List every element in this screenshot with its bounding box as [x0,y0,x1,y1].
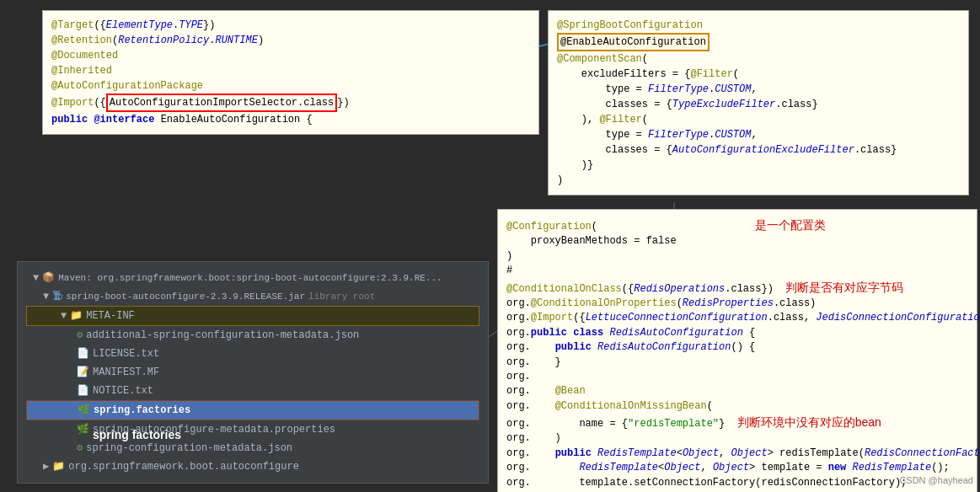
main-container: @Target({ElementType.TYPE}) @Retention(R… [0,0,980,492]
topright-code: @SpringBootConfiguration @EnableAutoConf… [557,18,960,188]
manifest-label: MANIFEST.MF [93,365,159,380]
zh-annotation-3: 判断环境中没有对应的bean [737,415,881,429]
box-midright: @Configuration( 是一个配置类 proxyBeanMethods … [497,209,977,492]
tree-item-license[interactable]: 📄 LICENSE.txt [26,345,479,363]
topleft-code: @Target({ElementType.TYPE}) @Retention(R… [51,18,530,127]
tree-item-jar[interactable]: ▼ 🗜 spring-boot-autoconfigure-2.3.9.RELE… [26,287,479,306]
zh-annotation-2: 判断是否有对应字节码 [785,281,903,294]
box-filetree: ▼ 📦 Maven: org.springframework.boot:spri… [17,261,489,484]
metainf-label: META-INF [86,308,135,324]
midright-code: @Configuration( 是一个配置类 proxyBeanMethods … [506,217,968,492]
tree-item-org-springframework[interactable]: ▶ 📁 org.springframework.boot.autoconfigu… [26,457,479,476]
notice-label: NOTICE.txt [93,383,153,398]
watermark: CSDN @hayhead [899,475,973,485]
zh-annotation-1: 是一个配置类 [755,218,826,232]
tree-item-maven-root[interactable]: ▼ 📦 Maven: org.springframework.boot:spri… [26,269,479,287]
org-springframework-label: org.springframework.boot.autoconfigure [68,459,299,474]
license-label: LICENSE.txt [93,346,159,361]
maven-root-label: Maven: org.springframework.boot:spring-b… [58,271,442,286]
additional-json-label: additional-spring-configuration-metadata… [86,328,359,343]
config-meta-json-label: spring-configuration-metadata.json [86,441,292,456]
box-topright: @SpringBootConfiguration @EnableAutoConf… [548,10,969,195]
tree-item-notice[interactable]: 📄 NOTICE.txt [26,382,479,400]
tree-item-additional-json[interactable]: ⚙ additional-spring-configuration-metada… [26,326,479,345]
spring-factories-bottom-label: spring factories [93,428,181,441]
tree-item-metainf[interactable]: ▼ 📁 META-INF [26,306,479,326]
jar-label: spring-boot-autoconfigure-2.3.9.RELEASE.… [66,290,305,304]
tree-item-spring-factories[interactable]: 🌿 spring.factories [26,400,479,420]
spring-factories-label: spring.factories [94,403,190,418]
tree-item-config-meta-json[interactable]: ⚙ spring-configuration-metadata.json [26,439,479,457]
tree-item-manifest[interactable]: 📝 MANIFEST.MF [26,363,479,382]
box-topleft: @Target({ElementType.TYPE}) @Retention(R… [42,10,539,135]
